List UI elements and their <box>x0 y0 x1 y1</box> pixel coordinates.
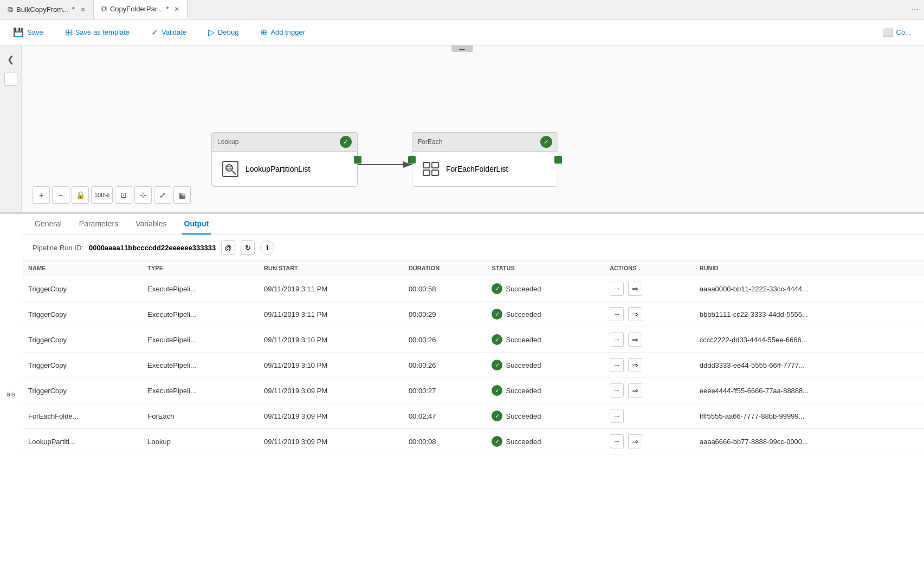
status-label: Succeeded <box>506 361 541 369</box>
svg-point-1 <box>226 165 232 171</box>
remove-button[interactable]: − <box>52 186 69 204</box>
select-button[interactable]: ⊹ <box>134 186 152 204</box>
status-label: Succeeded <box>506 438 541 446</box>
cell-duration: 00:00:26 <box>402 327 486 353</box>
more-tabs-button[interactable]: ⋯ <box>906 0 924 19</box>
foreach-type-label: ForEach <box>418 138 442 146</box>
col-runid: RUNID <box>693 261 924 276</box>
cell-name: ForEachFolde... <box>22 403 141 429</box>
validate-icon: ✓ <box>151 27 158 37</box>
add-trigger-button[interactable]: ⊕ Add trigger <box>256 25 309 40</box>
status-label: Succeeded <box>506 285 541 293</box>
table-row: TriggerCopy ExecutePipeli... 09/11/2019 … <box>22 276 924 302</box>
cell-duration: 00:00:27 <box>402 378 486 403</box>
cell-actions: → ⇒ <box>603 302 693 327</box>
action-navigate-button[interactable]: → <box>610 333 624 347</box>
col-run-start: RUN START <box>257 261 402 276</box>
code-icon: ⬜ <box>882 27 893 37</box>
action-open-button[interactable]: ⇒ <box>628 333 642 347</box>
debug-icon: ▷ <box>208 27 215 37</box>
tab-output[interactable]: Output <box>182 214 211 235</box>
cell-status: ✓ Succeeded <box>485 429 603 454</box>
tab-bulkcopy-modified: * <box>72 5 75 14</box>
debug-button[interactable]: ▷ Debug <box>204 25 243 40</box>
status-success-icon: ✓ <box>492 360 502 370</box>
action-open-button[interactable]: ⇒ <box>628 434 642 448</box>
cell-run-start: 09/11/2019 3:11 PM <box>257 302 402 327</box>
tab-parameters[interactable]: Parameters <box>77 214 120 235</box>
cell-name: TriggerCopy <box>22 378 141 403</box>
cell-runid: dddd3333-ee44-5555-66ff-7777... <box>693 353 924 378</box>
cell-run-start: 09/11/2019 3:09 PM <box>257 378 402 403</box>
tab-copyfolder-close[interactable]: ✕ <box>174 5 179 13</box>
run-id-info-button[interactable]: ℹ <box>260 240 274 255</box>
status-label: Succeeded <box>506 412 541 420</box>
action-open-button[interactable]: ⇒ <box>628 307 642 321</box>
col-duration: DURATION <box>402 261 486 276</box>
foreach-node-label: ForEachFolderList <box>446 165 508 173</box>
tab-general[interactable]: General <box>33 214 64 235</box>
save-button[interactable]: 💾 Save <box>9 25 48 40</box>
table-row: TriggerCopy ExecutePipeli... 09/11/2019 … <box>22 302 924 327</box>
table-row: TriggerCopy ExecutePipeli... 09/11/2019 … <box>22 378 924 403</box>
status-success-icon: ✓ <box>492 436 502 447</box>
action-navigate-button[interactable]: → <box>610 409 624 423</box>
run-id-value: 0000aaaa11bbccccdd22eeeeee333333 <box>89 244 216 252</box>
canvas-tool[interactable] <box>4 73 17 86</box>
cell-actions: → ⇒ <box>603 353 693 378</box>
action-navigate-button[interactable]: → <box>610 383 624 398</box>
foreach-node[interactable]: ForEach ✓ ForEachFolderList <box>412 132 558 187</box>
action-navigate-button[interactable]: → <box>610 358 624 372</box>
format-button[interactable]: ▦ <box>173 186 191 204</box>
cell-run-start: 09/11/2019 3:09 PM <box>257 429 402 454</box>
action-open-button[interactable]: ⇒ <box>628 358 642 372</box>
svg-rect-8 <box>432 162 438 168</box>
cell-runid: aaaa6666-bb77-8888-99cc-0000... <box>693 429 924 454</box>
validate-button[interactable]: ✓ Validate <box>147 25 191 40</box>
cell-runid: bbbb1111-cc22-3333-44dd-5555... <box>693 302 924 327</box>
save-as-template-button[interactable]: ⊞ Save as template <box>61 25 134 40</box>
nav-toggle-button[interactable]: ❮ <box>3 51 19 67</box>
save-as-template-label: Save as template <box>75 28 130 36</box>
run-id-copy-button[interactable]: @ <box>221 240 235 255</box>
zoom-button[interactable]: 100% <box>91 186 113 204</box>
action-navigate-button[interactable]: → <box>610 434 624 448</box>
left-side-label: als <box>0 389 22 398</box>
status-label: Succeeded <box>506 387 541 395</box>
col-type: TYPE <box>141 261 257 276</box>
add-button[interactable]: + <box>33 186 50 204</box>
cell-runid: eeee4444-ff55-6666-77aa-88888... <box>693 378 924 403</box>
cell-name: TriggerCopy <box>22 302 141 327</box>
tab-bulkcopy[interactable]: ⧉ BulkCopyFrom... * ✕ <box>0 0 94 19</box>
cell-duration: 00:00:58 <box>402 276 486 302</box>
lookup-node[interactable]: Lookup ✓ LookupPartitionList <box>211 132 358 187</box>
cell-status: ✓ Succeeded <box>485 302 603 327</box>
tab-copyfolder-label: CopyFolderPar... <box>110 5 163 13</box>
tab-bulkcopy-close[interactable]: ✕ <box>80 6 86 14</box>
cell-type: ExecutePipeli... <box>141 353 257 378</box>
expand-button[interactable]: ⤢ <box>154 186 171 204</box>
code-button[interactable]: ⬜ Co... <box>878 25 915 40</box>
tab-copyfolder[interactable]: ⧉ CopyFolderPar... * ✕ <box>94 0 188 19</box>
pipeline-icon: ⧉ <box>8 5 13 14</box>
panel-collapse-handle[interactable]: — <box>451 45 473 52</box>
action-navigate-button[interactable]: → <box>610 282 624 296</box>
col-name: NAME <box>22 261 141 276</box>
action-open-button[interactable]: ⇒ <box>628 282 642 296</box>
tab-variables[interactable]: Variables <box>133 214 169 235</box>
fit-button[interactable]: ⊡ <box>115 186 132 204</box>
cell-runid: cccc2222-dd33-4444-55ee-6666... <box>693 327 924 353</box>
tab-copyfolder-modified: * <box>166 5 169 13</box>
lock-button[interactable]: 🔒 <box>72 186 89 204</box>
action-open-button[interactable]: ⇒ <box>628 383 642 398</box>
cell-duration: 00:02:47 <box>402 403 486 429</box>
foreach-output-connector[interactable] <box>554 156 562 164</box>
pipeline-icon2: ⧉ <box>101 4 107 14</box>
action-navigate-button[interactable]: → <box>610 307 624 321</box>
cell-status: ✓ Succeeded <box>485 353 603 378</box>
foreach-input-connector <box>408 156 416 164</box>
data-table: NAME TYPE RUN START DURATION STATUS ACTI… <box>22 261 924 573</box>
run-id-refresh-button[interactable]: ↻ <box>241 240 255 255</box>
cell-actions: → ⇒ <box>603 429 693 454</box>
canvas-controls: + − 🔒 100% ⊡ ⊹ ⤢ ▦ <box>33 186 191 204</box>
